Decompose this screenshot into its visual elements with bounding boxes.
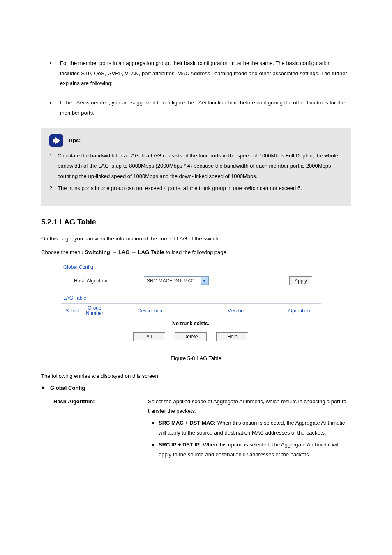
figure-caption: Figure 5-8 LAG Table [41, 355, 351, 361]
intro-bullet-1: For the member ports in an aggregation g… [56, 58, 351, 89]
tips-number-2: 2. [49, 183, 58, 194]
hand-point-icon [49, 134, 63, 147]
hash-algorithm-value: SRC MAC+DST MAC [144, 278, 200, 284]
apply-button[interactable]: Apply [289, 276, 312, 285]
section-desc: On this page, you can view the informati… [41, 234, 351, 244]
col-operation: Operation [279, 308, 319, 314]
intro-bullet-list-2: If the LAG is needed, you are suggested … [41, 97, 351, 118]
chevron-down-icon [201, 277, 208, 285]
tips-number-1: 1. [49, 151, 58, 181]
arrow-icon: → [131, 249, 136, 255]
menu-path-lag-table: LAG Table [138, 249, 164, 255]
menu-path: Choose the menu Switching → LAG → LAG Ta… [41, 247, 351, 258]
section-heading: 5.2.1 LAG Table [41, 218, 351, 227]
tips-text-1: Calculate the bandwidth for a LAG: If a … [58, 151, 341, 181]
tips-item-1: 1. Calculate the bandwidth for a LAG: If… [49, 151, 341, 181]
tips-text-2: The trunk ports in one group can not exc… [58, 183, 341, 194]
hash-algorithm-field-name: Hash Algorithm: [53, 397, 148, 459]
arrow-icon: → [111, 249, 117, 255]
lag-table-columns: Select Group Number Description Member O… [61, 304, 321, 318]
col-select: Select [62, 308, 82, 314]
sub1-bold: SRC MAC + DST MAC: [159, 420, 217, 426]
menu-path-switching: Switching [85, 249, 110, 255]
bullet-dot-icon: ● [148, 418, 159, 437]
hash-algorithm-field-desc: Select the applied scope of Aggregate Ar… [148, 397, 351, 459]
intro-bullet-list: For the member ports in an aggregation g… [41, 58, 351, 89]
col-group-number: Group Number [82, 305, 107, 316]
tips-item-2: 2. The trunk ports in one group can not … [49, 183, 341, 194]
tips-note-box: Tips: 1. Calculate the bandwidth for a L… [41, 128, 351, 206]
tips-label: Tips: [68, 137, 81, 143]
help-button[interactable]: Help [216, 332, 248, 341]
menu-suffix: to load the following page. [166, 249, 228, 255]
explain-intro: The following entries are displayed on t… [41, 371, 351, 382]
global-config-section-label: Global Config [50, 385, 85, 391]
sub2-bold: SRC IP + DST IP: [159, 442, 203, 448]
hash-algorithm-label: Hash Algorithm: [74, 278, 144, 284]
col-description: Description [107, 308, 193, 314]
all-button[interactable]: All [133, 332, 165, 341]
menu-path-lag: LAG [118, 249, 129, 255]
lag-table-figure: Global Config Hash Algorithm: SRC MAC+DS… [61, 262, 321, 349]
no-trunk-message: No trunk exists. [61, 318, 321, 332]
intro-bullet-2: If the LAG is needed, you are suggested … [56, 97, 351, 118]
menu-prefix: Choose the menu [41, 249, 85, 255]
lag-table-header: LAG Table [61, 293, 321, 304]
global-config-header: Global Config [61, 262, 321, 273]
field-lead-text: Select the applied scope of Aggregate Ar… [148, 397, 351, 416]
hash-algorithm-select[interactable]: SRC MAC+DST MAC [144, 276, 209, 285]
chevron-right-icon: ➤ [41, 385, 50, 391]
delete-button[interactable]: Delete [175, 332, 207, 341]
bullet-dot-icon: ● [148, 440, 159, 459]
col-member: Member [193, 308, 279, 314]
